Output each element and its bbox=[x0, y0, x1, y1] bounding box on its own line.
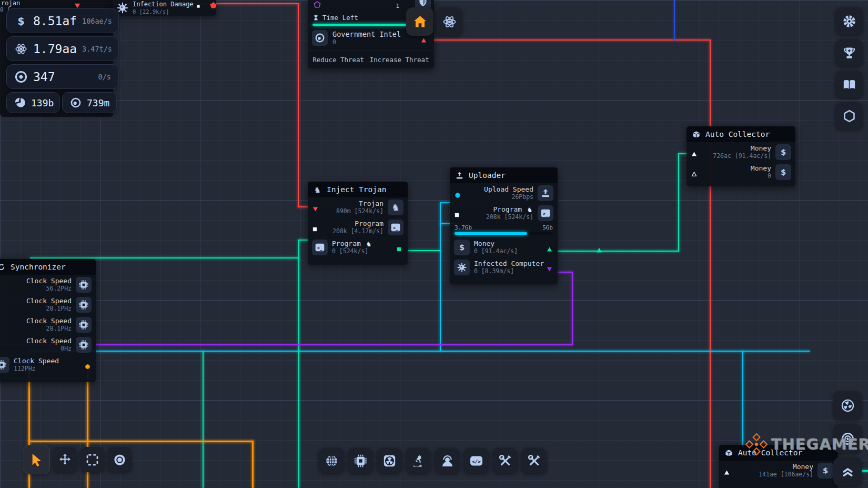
input-port-speed[interactable] bbox=[454, 190, 461, 197]
research-counter: 1.79aa 3.47t/s bbox=[6, 36, 119, 61]
collapse-button[interactable] bbox=[833, 457, 862, 486]
row-value: 208k [524k/s] bbox=[466, 214, 533, 221]
move-icon bbox=[58, 453, 72, 467]
wire-red-vertical-right bbox=[710, 39, 711, 488]
upload-iconbox bbox=[538, 185, 553, 201]
output-port-threat[interactable] bbox=[420, 35, 428, 42]
pinwheel-button[interactable] bbox=[833, 391, 862, 420]
cpu-iconbox bbox=[0, 357, 9, 373]
trojan-icon: ♞ bbox=[313, 185, 322, 194]
cpu-icon bbox=[78, 300, 89, 310]
row-value: 28.1PHz bbox=[0, 325, 72, 333]
game-canvas[interactable]: rojan 0 [ Infection Damage 0 [22.9k/s] 1… bbox=[0, 0, 868, 488]
chip-icon bbox=[354, 454, 368, 468]
settings-button[interactable] bbox=[835, 7, 863, 35]
row-label: Clock Speed bbox=[0, 297, 72, 305]
bullseye-icon bbox=[14, 70, 28, 84]
hardware-tab-button[interactable] bbox=[348, 448, 373, 473]
output-port-pentagon[interactable] bbox=[209, 1, 218, 10]
hacker-tab-button[interactable] bbox=[435, 448, 460, 473]
wire-cyan-vertical-mid bbox=[440, 203, 441, 352]
row-value: 0Hz bbox=[0, 345, 72, 353]
code-tab-button[interactable]: </> bbox=[463, 448, 489, 473]
output-port-money[interactable] bbox=[546, 244, 553, 251]
input-port-money[interactable] bbox=[691, 148, 698, 156]
node-infection-damage[interactable]: Infection Damage 0 [22.9k/s] bbox=[113, 0, 216, 16]
terminal-icon: >_ bbox=[315, 242, 325, 253]
uploader-header[interactable]: Uploader bbox=[450, 167, 558, 183]
auto-collector-title: Auto Collector bbox=[705, 130, 770, 138]
infection-value: 0 [22.9k/s] bbox=[133, 8, 213, 15]
shards-value: 139b bbox=[31, 97, 54, 108]
money-input-row: Money 141ae [106ae/s] $ bbox=[719, 461, 837, 481]
row-label: Program bbox=[493, 205, 522, 213]
input-port-trojan[interactable] bbox=[312, 204, 319, 211]
gear-icon bbox=[842, 14, 856, 28]
synchronizer-title: Synchronizer bbox=[11, 263, 66, 271]
inject-trojan-header[interactable]: ♞ Inject Trojan bbox=[308, 182, 408, 197]
synchronizer-header[interactable]: Synchronizer bbox=[0, 259, 96, 275]
research-tab-button[interactable] bbox=[406, 448, 431, 473]
home-button[interactable] bbox=[406, 7, 433, 36]
input-port-program[interactable] bbox=[312, 224, 319, 231]
pinwheel-icon bbox=[841, 399, 855, 413]
input-port-money[interactable] bbox=[691, 168, 698, 176]
reduce-threat-button[interactable]: Reduce Threat bbox=[312, 56, 364, 64]
input-port-program[interactable] bbox=[454, 210, 461, 217]
atom-icon bbox=[14, 42, 28, 56]
wire-teal-money-vertical bbox=[678, 154, 679, 252]
infected-output-row: Infected Computer 0 [8.39m/s] bbox=[450, 257, 558, 277]
program-input-row: Program ♞ 208k [524k/s] >_ bbox=[450, 203, 558, 223]
output-port-red[interactable] bbox=[74, 0, 81, 7]
node-auto-collector-top[interactable]: Auto Collector Money 726ac [91.4ac/s] $ … bbox=[687, 126, 795, 186]
knight-icon: ♞ bbox=[390, 202, 401, 213]
svg-text:♞: ♞ bbox=[366, 241, 371, 248]
move-tool-button[interactable] bbox=[53, 447, 77, 472]
wire-flow-arrow bbox=[596, 244, 603, 252]
cpu-icon bbox=[78, 320, 89, 330]
uploader-title: Uploader bbox=[469, 171, 506, 180]
guide-button[interactable] bbox=[835, 71, 863, 98]
increase-threat-button[interactable]: Increase Threat bbox=[370, 56, 429, 64]
select-tool-button[interactable] bbox=[23, 445, 49, 474]
tools-icon bbox=[527, 454, 541, 468]
cooling-tab-button[interactable] bbox=[377, 448, 402, 473]
achievements-button[interactable] bbox=[835, 39, 863, 66]
wire-teal-left-horizontal bbox=[30, 257, 299, 258]
time-left-label: Time Left bbox=[322, 14, 358, 22]
cpu-icon bbox=[78, 340, 89, 350]
circle-tool-button[interactable] bbox=[107, 447, 132, 472]
input-port-money[interactable] bbox=[723, 467, 731, 474]
node-synchronizer[interactable]: Synchronizer Clock Speed 56.2PHz Clock S… bbox=[0, 259, 96, 382]
svg-text:♞: ♞ bbox=[391, 202, 400, 213]
output-port-infected[interactable] bbox=[546, 264, 553, 271]
wire-cyan-to-bottom-collector bbox=[742, 351, 743, 445]
row-label: Infected Computer bbox=[474, 260, 542, 268]
marquee-tool-button[interactable] bbox=[80, 447, 104, 472]
output-port-clock[interactable] bbox=[84, 361, 92, 369]
wire-red-vertical-left bbox=[298, 3, 299, 207]
dollar-icon: $ bbox=[778, 167, 789, 177]
wire-teal-inject-output bbox=[408, 250, 440, 251]
tools-alt-tab-button[interactable] bbox=[521, 448, 547, 473]
microscope-icon bbox=[411, 454, 426, 468]
svg-text:♞: ♞ bbox=[314, 185, 321, 194]
eyes-value: 739m bbox=[87, 97, 109, 108]
auto-collector-header[interactable]: Auto Collector bbox=[687, 126, 795, 142]
node-inject-trojan[interactable]: ♞ Inject Trojan Trojan 890m [524k/s] ♞ P… bbox=[308, 182, 408, 265]
watermark-text: THEGAMER bbox=[771, 435, 868, 453]
intel-counter: 347 0/s bbox=[6, 64, 119, 89]
output-port-program[interactable] bbox=[396, 244, 403, 251]
terminal-icon: >_ bbox=[390, 222, 401, 233]
research-button[interactable] bbox=[437, 7, 462, 36]
fan-icon bbox=[382, 454, 397, 468]
input-port-square[interactable] bbox=[196, 3, 200, 7]
row-label: Money bbox=[474, 240, 542, 248]
node-uploader[interactable]: Uploader Upload Speed 26Pbps Program ♞ 2… bbox=[450, 167, 558, 284]
tools-tab-button[interactable] bbox=[492, 448, 518, 473]
hexagon-button[interactable] bbox=[835, 102, 863, 130]
wire-cyan-long-horizontal bbox=[29, 351, 810, 352]
network-tab-button[interactable] bbox=[319, 448, 344, 473]
program-iconbox: >_ bbox=[312, 240, 328, 255]
row-value: 890m [524k/s] bbox=[324, 208, 383, 215]
